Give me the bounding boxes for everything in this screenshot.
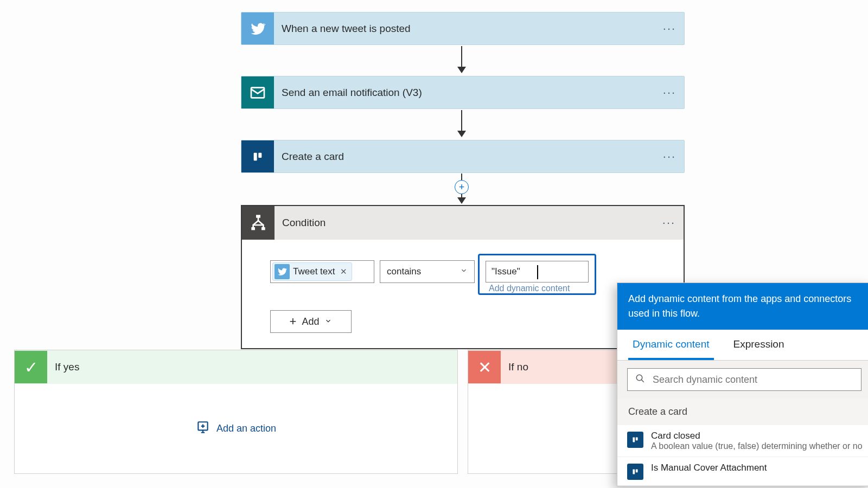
tab-expression[interactable]: Expression [729, 330, 789, 360]
svg-rect-3 [254, 152, 257, 160]
twitter-icon [241, 12, 274, 44]
add-dynamic-content-link[interactable]: Add dynamic content [486, 282, 589, 293]
connector-arrow [461, 110, 462, 137]
dynamic-content-header: Add dynamic content from the apps and co… [617, 283, 868, 330]
trigger-title: When a new tweet is posted [274, 23, 655, 35]
branch-yes-header[interactable]: ✓ If yes [15, 350, 457, 384]
condition-header[interactable]: Condition ··· [242, 206, 684, 240]
trello-icon [627, 464, 643, 480]
close-icon: ✕ [468, 351, 501, 383]
condition-icon [242, 206, 275, 240]
action-email-card[interactable]: Send an email notification (V3) ··· [241, 76, 685, 109]
svg-rect-16 [636, 469, 638, 472]
dynamic-item-title: Card closed [651, 431, 863, 441]
trello-icon [241, 140, 274, 172]
action-email-title: Send an email notification (V3) [274, 87, 655, 99]
dynamic-section-header: Create a card [617, 399, 868, 425]
add-action-button[interactable]: Add an action [15, 384, 457, 473]
svg-rect-12 [633, 437, 635, 442]
chevron-down-icon [324, 316, 332, 328]
dynamic-token-tweet-text[interactable]: Tweet text ✕ [272, 262, 352, 281]
condition-add-button[interactable]: + Add [270, 310, 352, 333]
svg-rect-5 [256, 215, 260, 217]
insert-step-button[interactable]: + [455, 180, 469, 194]
condition-left-field[interactable]: Tweet text ✕ [270, 260, 374, 283]
svg-rect-6 [251, 227, 255, 230]
action-trello-title: Create a card [274, 151, 655, 163]
action-trello-card[interactable]: Create a card ··· [241, 140, 685, 173]
branch-if-yes: ✓ If yes Add an action [14, 350, 458, 474]
svg-rect-2 [252, 151, 263, 162]
add-action-label: Add an action [216, 423, 276, 434]
dynamic-item-title: Is Manual Cover Attachment [651, 463, 767, 473]
svg-rect-11 [631, 436, 639, 443]
operator-value: contains [387, 266, 421, 277]
tab-dynamic-content[interactable]: Dynamic content [628, 330, 714, 360]
card-menu-button[interactable]: ··· [654, 216, 684, 230]
svg-rect-13 [636, 437, 638, 440]
card-menu-button[interactable]: ··· [655, 22, 684, 36]
connector-arrow [461, 46, 462, 73]
card-menu-button[interactable]: ··· [655, 150, 684, 164]
flow-canvas: When a new tweet is posted ··· Send an e… [0, 0, 868, 488]
add-label: Add [302, 316, 319, 328]
dynamic-item-manual-cover[interactable]: Is Manual Cover Attachment [617, 457, 868, 486]
search-icon [635, 374, 645, 386]
svg-rect-15 [633, 469, 635, 474]
token-label: Tweet text [293, 266, 335, 277]
svg-point-10 [636, 375, 642, 381]
branch-no-title: If no [501, 361, 528, 373]
dynamic-item-card-closed[interactable]: Card closed A boolean value (true, false… [617, 425, 868, 457]
dynamic-item-desc: A boolean value (true, false) determinin… [651, 441, 863, 451]
search-input[interactable] [653, 374, 853, 386]
condition-value-highlight: Add dynamic content [478, 254, 596, 295]
token-remove-button[interactable]: ✕ [340, 267, 347, 277]
add-action-icon [196, 420, 210, 437]
check-icon: ✓ [15, 351, 47, 383]
search-box[interactable] [627, 368, 861, 391]
condition-title: Condition [275, 217, 654, 229]
mail-icon [241, 76, 274, 108]
svg-rect-7 [261, 227, 265, 230]
twitter-icon [275, 264, 290, 279]
trigger-twitter-card[interactable]: When a new tweet is posted ··· [241, 12, 685, 45]
svg-rect-4 [258, 152, 261, 157]
svg-rect-14 [631, 468, 639, 475]
trello-icon [627, 432, 643, 448]
card-menu-button[interactable]: ··· [655, 86, 684, 100]
branch-yes-title: If yes [47, 361, 79, 373]
condition-operator-dropdown[interactable]: contains [380, 260, 475, 283]
plus-icon: + [290, 314, 297, 329]
chevron-down-icon [460, 266, 468, 277]
dynamic-content-panel: Add dynamic content from the apps and co… [617, 282, 868, 486]
text-cursor-icon [537, 265, 538, 279]
